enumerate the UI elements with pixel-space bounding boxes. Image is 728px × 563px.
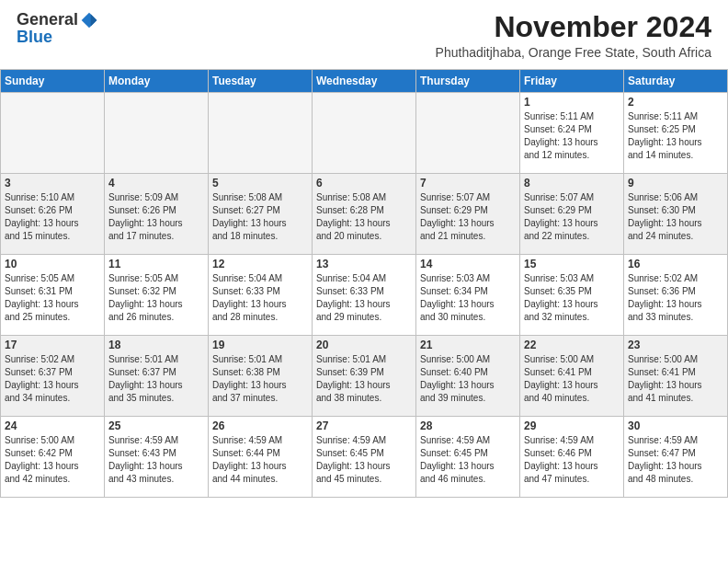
location-title: Phuthaditjhaba, Orange Free State, South… bbox=[436, 45, 711, 60]
calendar-day-cell: 12Sunrise: 5:04 AM Sunset: 6:33 PM Dayli… bbox=[209, 255, 313, 336]
day-number: 30 bbox=[628, 419, 723, 432]
weekday-header-sunday: Sunday bbox=[1, 70, 105, 93]
day-number: 6 bbox=[316, 177, 412, 190]
calendar-day-cell: 8Sunrise: 5:07 AM Sunset: 6:29 PM Daylig… bbox=[520, 174, 624, 255]
calendar-day-cell: 27Sunrise: 4:59 AM Sunset: 6:45 PM Dayli… bbox=[313, 417, 416, 498]
calendar-day-cell bbox=[105, 93, 209, 174]
day-number: 27 bbox=[316, 419, 412, 432]
day-number: 3 bbox=[5, 177, 100, 190]
day-detail: Sunrise: 5:09 AM Sunset: 6:26 PM Dayligh… bbox=[108, 191, 204, 243]
weekday-header-thursday: Thursday bbox=[416, 70, 520, 93]
day-detail: Sunrise: 5:05 AM Sunset: 6:32 PM Dayligh… bbox=[108, 272, 204, 324]
day-detail: Sunrise: 5:07 AM Sunset: 6:29 PM Dayligh… bbox=[420, 191, 516, 243]
logo-icon bbox=[80, 11, 98, 29]
day-detail: Sunrise: 5:11 AM Sunset: 6:25 PM Dayligh… bbox=[628, 110, 723, 162]
day-detail: Sunrise: 5:11 AM Sunset: 6:24 PM Dayligh… bbox=[524, 110, 620, 162]
day-number: 28 bbox=[420, 419, 516, 432]
day-number: 12 bbox=[212, 258, 308, 270]
calendar-day-cell: 1Sunrise: 5:11 AM Sunset: 6:24 PM Daylig… bbox=[520, 93, 624, 174]
day-number: 15 bbox=[524, 258, 620, 270]
day-number: 8 bbox=[524, 177, 620, 190]
calendar-day-cell: 14Sunrise: 5:03 AM Sunset: 6:34 PM Dayli… bbox=[416, 255, 520, 336]
day-number: 20 bbox=[316, 339, 412, 351]
day-detail: Sunrise: 4:59 AM Sunset: 6:45 PM Dayligh… bbox=[316, 434, 412, 486]
day-number: 29 bbox=[524, 419, 620, 432]
day-number: 19 bbox=[212, 339, 308, 351]
logo-general-text: General bbox=[17, 11, 78, 29]
weekday-header-tuesday: Tuesday bbox=[209, 70, 313, 93]
day-detail: Sunrise: 5:03 AM Sunset: 6:35 PM Dayligh… bbox=[524, 272, 620, 324]
day-number: 13 bbox=[316, 258, 412, 270]
calendar-week-row: 24Sunrise: 5:00 AM Sunset: 6:42 PM Dayli… bbox=[1, 417, 728, 498]
calendar-day-cell: 4Sunrise: 5:09 AM Sunset: 6:26 PM Daylig… bbox=[105, 174, 209, 255]
day-detail: Sunrise: 5:04 AM Sunset: 6:33 PM Dayligh… bbox=[316, 272, 412, 324]
day-number: 11 bbox=[108, 258, 204, 270]
day-number: 18 bbox=[108, 339, 204, 351]
day-detail: Sunrise: 5:04 AM Sunset: 6:33 PM Dayligh… bbox=[212, 272, 308, 324]
day-number: 4 bbox=[108, 177, 204, 190]
calendar-week-row: 3Sunrise: 5:10 AM Sunset: 6:26 PM Daylig… bbox=[1, 174, 728, 255]
calendar-day-cell: 15Sunrise: 5:03 AM Sunset: 6:35 PM Dayli… bbox=[520, 255, 624, 336]
day-detail: Sunrise: 5:06 AM Sunset: 6:30 PM Dayligh… bbox=[628, 191, 723, 243]
day-detail: Sunrise: 5:00 AM Sunset: 6:41 PM Dayligh… bbox=[628, 353, 723, 405]
day-detail: Sunrise: 4:59 AM Sunset: 6:44 PM Dayligh… bbox=[212, 434, 308, 486]
day-number: 26 bbox=[212, 419, 308, 432]
day-detail: Sunrise: 4:59 AM Sunset: 6:47 PM Dayligh… bbox=[628, 434, 723, 486]
calendar-day-cell: 20Sunrise: 5:01 AM Sunset: 6:39 PM Dayli… bbox=[313, 336, 416, 417]
calendar-day-cell: 16Sunrise: 5:02 AM Sunset: 6:36 PM Dayli… bbox=[624, 255, 728, 336]
day-detail: Sunrise: 5:08 AM Sunset: 6:27 PM Dayligh… bbox=[212, 191, 308, 243]
day-detail: Sunrise: 5:02 AM Sunset: 6:36 PM Dayligh… bbox=[628, 272, 723, 324]
day-number: 7 bbox=[420, 177, 516, 190]
calendar-day-cell: 5Sunrise: 5:08 AM Sunset: 6:27 PM Daylig… bbox=[209, 174, 313, 255]
day-number: 14 bbox=[420, 258, 516, 270]
calendar-day-cell: 21Sunrise: 5:00 AM Sunset: 6:40 PM Dayli… bbox=[416, 336, 520, 417]
day-detail: Sunrise: 5:07 AM Sunset: 6:29 PM Dayligh… bbox=[524, 191, 620, 243]
month-title: November 2024 bbox=[436, 11, 711, 43]
calendar-day-cell: 17Sunrise: 5:02 AM Sunset: 6:37 PM Dayli… bbox=[1, 336, 105, 417]
day-number: 2 bbox=[628, 96, 723, 109]
day-number: 9 bbox=[628, 177, 723, 190]
calendar-day-cell: 3Sunrise: 5:10 AM Sunset: 6:26 PM Daylig… bbox=[1, 174, 105, 255]
logo-blue-text: Blue bbox=[17, 28, 52, 47]
calendar-day-cell bbox=[209, 93, 313, 174]
calendar-day-cell: 22Sunrise: 5:00 AM Sunset: 6:41 PM Dayli… bbox=[520, 336, 624, 417]
calendar-week-row: 1Sunrise: 5:11 AM Sunset: 6:24 PM Daylig… bbox=[1, 93, 728, 174]
day-detail: Sunrise: 4:59 AM Sunset: 6:43 PM Dayligh… bbox=[108, 434, 204, 486]
day-number: 22 bbox=[524, 339, 620, 351]
calendar-day-cell: 13Sunrise: 5:04 AM Sunset: 6:33 PM Dayli… bbox=[313, 255, 416, 336]
day-detail: Sunrise: 5:02 AM Sunset: 6:37 PM Dayligh… bbox=[5, 353, 100, 405]
weekday-header-monday: Monday bbox=[105, 70, 209, 93]
calendar-day-cell bbox=[416, 93, 520, 174]
calendar-day-cell: 26Sunrise: 4:59 AM Sunset: 6:44 PM Dayli… bbox=[209, 417, 313, 498]
day-detail: Sunrise: 4:59 AM Sunset: 6:46 PM Dayligh… bbox=[524, 434, 620, 486]
day-detail: Sunrise: 5:03 AM Sunset: 6:34 PM Dayligh… bbox=[420, 272, 516, 324]
calendar-day-cell bbox=[1, 93, 105, 174]
calendar-table: SundayMondayTuesdayWednesdayThursdayFrid… bbox=[0, 69, 728, 498]
calendar-day-cell: 19Sunrise: 5:01 AM Sunset: 6:38 PM Dayli… bbox=[209, 336, 313, 417]
day-number: 17 bbox=[5, 339, 100, 351]
day-number: 5 bbox=[212, 177, 308, 190]
day-number: 16 bbox=[628, 258, 723, 270]
calendar-day-cell: 7Sunrise: 5:07 AM Sunset: 6:29 PM Daylig… bbox=[416, 174, 520, 255]
day-number: 1 bbox=[524, 96, 620, 109]
weekday-header-friday: Friday bbox=[520, 70, 624, 93]
day-detail: Sunrise: 5:01 AM Sunset: 6:37 PM Dayligh… bbox=[108, 353, 204, 405]
day-detail: Sunrise: 5:08 AM Sunset: 6:28 PM Dayligh… bbox=[316, 191, 412, 243]
svg-marker-1 bbox=[91, 14, 97, 26]
day-detail: Sunrise: 4:59 AM Sunset: 6:45 PM Dayligh… bbox=[420, 434, 516, 486]
day-number: 23 bbox=[628, 339, 723, 351]
calendar-week-row: 17Sunrise: 5:02 AM Sunset: 6:37 PM Dayli… bbox=[1, 336, 728, 417]
title-block: November 2024 Phuthaditjhaba, Orange Fre… bbox=[436, 11, 711, 60]
calendar-week-row: 10Sunrise: 5:05 AM Sunset: 6:31 PM Dayli… bbox=[1, 255, 728, 336]
calendar-day-cell: 10Sunrise: 5:05 AM Sunset: 6:31 PM Dayli… bbox=[1, 255, 105, 336]
day-detail: Sunrise: 5:00 AM Sunset: 6:40 PM Dayligh… bbox=[420, 353, 516, 405]
day-number: 10 bbox=[5, 258, 100, 270]
day-detail: Sunrise: 5:00 AM Sunset: 6:41 PM Dayligh… bbox=[524, 353, 620, 405]
day-detail: Sunrise: 5:10 AM Sunset: 6:26 PM Dayligh… bbox=[5, 191, 100, 243]
calendar-day-cell: 30Sunrise: 4:59 AM Sunset: 6:47 PM Dayli… bbox=[624, 417, 728, 498]
calendar-day-cell: 28Sunrise: 4:59 AM Sunset: 6:45 PM Dayli… bbox=[416, 417, 520, 498]
calendar-day-cell bbox=[313, 93, 416, 174]
weekday-header-saturday: Saturday bbox=[624, 70, 728, 93]
logo: General Blue bbox=[17, 11, 98, 47]
day-detail: Sunrise: 5:05 AM Sunset: 6:31 PM Dayligh… bbox=[5, 272, 100, 324]
